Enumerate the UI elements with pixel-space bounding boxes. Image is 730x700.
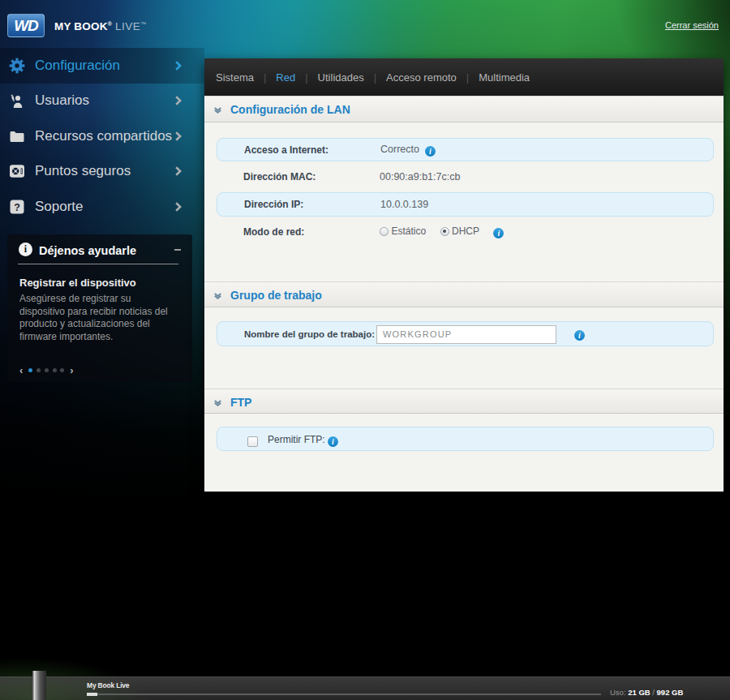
svg-text:?: ? bbox=[14, 201, 20, 213]
